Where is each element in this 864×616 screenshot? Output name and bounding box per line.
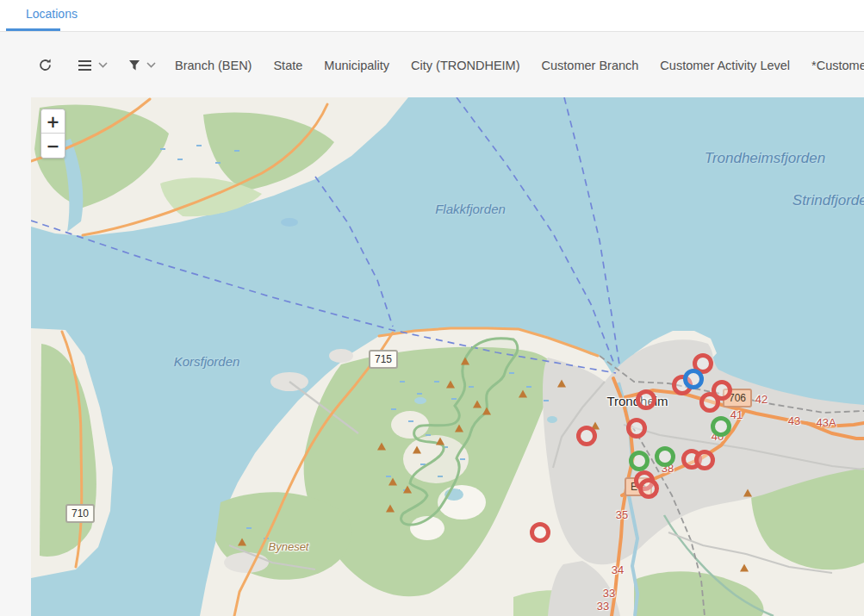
road-number-33: 33 [603, 587, 615, 600]
zoom-out-button[interactable]: − [41, 134, 65, 158]
peak-icon [413, 446, 421, 454]
location-marker-green[interactable] [629, 451, 650, 471]
map-canvas[interactable]: TrondheimsfjordenStrindfjordenFlakkfjord… [31, 97, 864, 616]
road-number-35: 35 [616, 508, 628, 521]
map-label-strindfjorden: Strindfjorden [793, 192, 864, 209]
map-zoom-control: + − [40, 109, 65, 159]
peak-icon [519, 390, 527, 398]
toolbar-filter-4[interactable]: City (TRONDHEIM) [411, 59, 519, 72]
tab-locations[interactable]: Locations [26, 7, 78, 21]
chevron-down-icon [98, 62, 108, 68]
peak-icon [461, 358, 469, 365]
location-marker-red[interactable] [638, 478, 659, 499]
peak-icon [436, 438, 444, 445]
toolbar-filter-5[interactable]: Customer Branch [542, 59, 639, 72]
location-marker-red[interactable] [576, 426, 597, 446]
map-label-trondheimsfjorden: Trondheimsfjorden [705, 150, 825, 167]
peak-icon [740, 564, 749, 572]
toolbar-filter-1[interactable]: Branch (BEN) [175, 59, 252, 72]
road-number-42: 42 [755, 393, 768, 406]
location-marker-red[interactable] [636, 389, 656, 410]
location-marker-red[interactable] [694, 450, 715, 470]
road-shield-710: 710 [65, 504, 95, 523]
road-number-43: 43 [788, 414, 800, 427]
map-label-flakkfjorden: Flakkfjorden [435, 202, 506, 216]
peak-icon [473, 401, 482, 408]
location-marker-green[interactable] [711, 416, 731, 437]
active-tab-underline [6, 28, 60, 31]
map-overlay-layer: TrondheimsfjordenStrindfjordenFlakkfjord… [31, 97, 864, 616]
peak-icon [446, 381, 455, 389]
road-number-33: 33 [597, 600, 609, 613]
toolbar-filter-3[interactable]: Municipality [324, 59, 389, 72]
location-marker-red[interactable] [530, 522, 550, 543]
tab-bar: Locations [0, 0, 864, 32]
refresh-icon[interactable] [38, 58, 53, 72]
filter-icon [128, 59, 140, 72]
peak-icon [388, 478, 397, 486]
chevron-down-icon [146, 62, 156, 68]
zoom-in-button[interactable]: + [41, 109, 65, 134]
toolbar-filter-6[interactable]: Customer Activity Level [660, 59, 790, 72]
layers-menu-button[interactable] [78, 59, 108, 72]
peak-icon [482, 408, 491, 415]
map-label-korsfjorden: Korsfjorden [174, 354, 240, 369]
peak-icon [557, 380, 566, 388]
menu-icon [78, 59, 92, 72]
peak-icon [386, 505, 395, 513]
map-label-byneset: Byneset [269, 540, 309, 553]
map-toolbar: Branch (BEN)StateMunicipalityCity (TROND… [0, 33, 864, 97]
peak-icon [455, 425, 463, 432]
toolbar-filter-2[interactable]: State [273, 59, 302, 72]
road-number-34: 34 [612, 563, 624, 576]
peak-icon [403, 486, 412, 494]
road-number-41: 41 [730, 408, 743, 421]
peak-icon [743, 489, 752, 497]
location-marker-red[interactable] [699, 392, 720, 413]
road-shield-715: 715 [369, 350, 398, 369]
filter-menu-button[interactable] [128, 59, 156, 72]
road-number-43A: 43A [816, 416, 836, 429]
location-marker-blue[interactable] [683, 369, 704, 389]
location-marker-green[interactable] [655, 446, 675, 467]
location-marker-red[interactable] [626, 418, 647, 439]
toolbar-filters: Branch (BEN)StateMunicipalityCity (TROND… [175, 59, 864, 72]
toolbar-filter-7[interactable]: *Customer [811, 59, 864, 72]
peak-icon [238, 538, 246, 546]
peak-icon [377, 443, 386, 451]
